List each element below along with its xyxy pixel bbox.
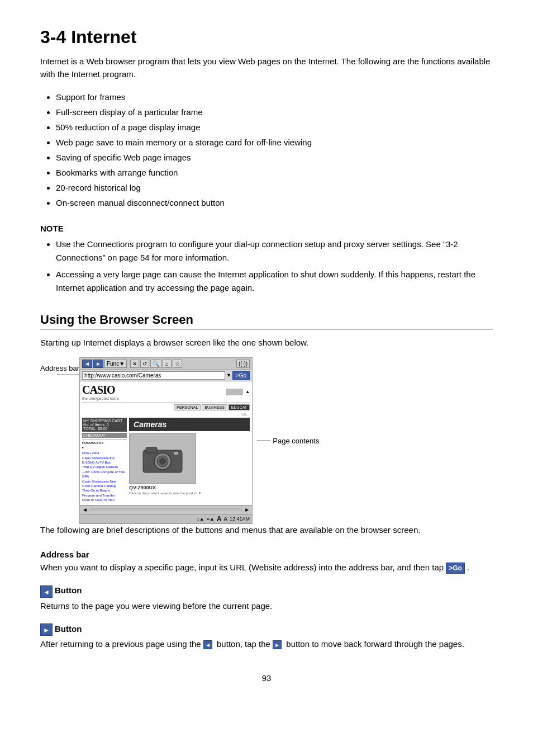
- address-bar-arrow: [57, 375, 79, 376]
- back-icon-inline: ◄: [203, 640, 212, 649]
- forward-button-body: After returning to a previous page using…: [40, 638, 493, 651]
- forward-body-before: After returning to a previous page using…: [40, 639, 201, 649]
- wifi-icon: ((·)): [236, 360, 250, 368]
- address-bar-label-area: Address bar: [40, 357, 79, 376]
- note-title: NOTE: [40, 224, 493, 233]
- status-font-a-small: A: [224, 516, 228, 522]
- note-list: Use the Connections program to configure…: [56, 238, 493, 295]
- page-contents-label-area: Page contents: [257, 357, 319, 445]
- browser-diagram: Address bar ◄ ► Func▼ ✕ ↺ 🔍 ⌂ ☆ ((·)): [40, 357, 493, 524]
- go-button[interactable]: >Go: [232, 371, 250, 380]
- browser-sidebar: MY SHOPPING CARTNo. of Items: 0TOTAL: $0…: [82, 418, 127, 503]
- section-desc: Starting up Internet displays a browser …: [40, 337, 493, 349]
- note-section: NOTE Use the Connections program to conf…: [40, 224, 493, 295]
- cameras-banner: Cameras: [129, 418, 250, 431]
- svg-rect-5: [174, 452, 178, 455]
- browser-main-content: MY SHOPPING CARTNo. of Items: 0TOTAL: $0…: [82, 418, 250, 503]
- back-button-body: Returns to the page you were viewing bef…: [40, 600, 493, 613]
- section-title: Using the Browser Screen: [40, 313, 493, 330]
- forward-body-middle: button, tap the: [217, 639, 270, 649]
- address-bar-subsection: Address bar When you want to display a s…: [40, 550, 493, 574]
- feature-item: Bookmarks with arrange function: [56, 165, 493, 180]
- browser-content: CASIO the unexpected extra ▲ PERSONAL BU…: [80, 381, 252, 505]
- back-btn[interactable]: ◄: [82, 360, 92, 368]
- feature-item: Support for frames: [56, 89, 493, 105]
- scroll-right-btn[interactable]: ►: [244, 507, 250, 513]
- casio-tagline: the unexpected extra: [82, 396, 118, 400]
- casio-logo: CASIO: [82, 384, 118, 396]
- address-bar-label: Address bar: [40, 364, 79, 372]
- address-bar-body: When you want to display a specific page…: [40, 561, 493, 574]
- forward-btn[interactable]: ►: [93, 360, 103, 368]
- status-font-a-large: A: [217, 515, 222, 523]
- intro-text: Internet is a Web browser program that l…: [40, 55, 493, 81]
- feature-item: On-screen manual disconnect/connect butt…: [56, 195, 493, 210]
- svg-point-4: [159, 458, 166, 465]
- features-list: Support for frames Full-screen display o…: [56, 89, 493, 210]
- casio-logo-area: CASIO the unexpected extra: [82, 384, 118, 400]
- svg-rect-1: [146, 447, 157, 453]
- address-bar-body-end: .: [467, 563, 469, 572]
- browser-section: Using the Browser Screen Starting up Int…: [40, 313, 493, 651]
- browser-screenshot: ◄ ► Func▼ ✕ ↺ 🔍 ⌂ ☆ ((·)) http://www.cas…: [79, 357, 253, 524]
- bookmark-btn[interactable]: ☆: [173, 360, 182, 368]
- status-icon2: ≡▲: [207, 516, 215, 522]
- status-icon1: ⌂▲: [196, 516, 204, 522]
- feature-item: Web page save to main memory or a storag…: [56, 135, 493, 150]
- back-button-subsection: ◄ Button Returns to the page you were vi…: [40, 585, 493, 613]
- forward-body-after: button to move back forward through the …: [286, 639, 464, 649]
- browser-scrollbar: ◄ ►: [80, 505, 252, 514]
- feature-item: Saving of specific Web page images: [56, 150, 493, 165]
- header-right: ▲: [226, 389, 250, 395]
- forward-button-icon: ►: [40, 623, 53, 636]
- arrow-line: [57, 375, 79, 376]
- browser-addressbar[interactable]: http://www.casio.com/Cameras ▼ >Go: [80, 370, 252, 381]
- note-item: Use the Connections program to configure…: [56, 238, 493, 264]
- nav-business[interactable]: BUSINESS: [202, 404, 227, 410]
- nav-educat[interactable]: EDUCAT: [229, 404, 250, 410]
- casio-nav: PERSONAL BUSINESS EDUCAT: [82, 404, 250, 410]
- forward-button-title: Button: [55, 624, 82, 634]
- forward-icon-inline: ►: [273, 640, 282, 649]
- close-btn[interactable]: ✕: [130, 360, 139, 368]
- func-btn[interactable]: Func▼: [104, 360, 127, 368]
- page-contents-label: Page contents: [273, 437, 319, 445]
- feature-item: 50% reduction of a page display image: [56, 120, 493, 135]
- page-contents-arrow: [257, 441, 270, 442]
- feature-item: 20-record historical log: [56, 180, 493, 195]
- search-btn[interactable]: 🔍: [150, 360, 161, 368]
- address-bar-body-text: When you want to display a specific page…: [40, 563, 444, 572]
- scroll-left-btn[interactable]: ◄: [82, 507, 88, 513]
- refresh-btn[interactable]: ↺: [140, 360, 149, 368]
- forward-button-subsection: ► Button After returning to a previous p…: [40, 623, 493, 651]
- note-item: Accessing a very large page can cause th…: [56, 268, 493, 295]
- url-input[interactable]: http://www.casio.com/Cameras: [82, 371, 225, 380]
- go-inline-btn[interactable]: >Go: [446, 563, 465, 574]
- camera-svg: [140, 442, 185, 475]
- nav-personal[interactable]: PERSONAL: [174, 404, 201, 410]
- feature-item: Full-screen display of a particular fram…: [56, 105, 493, 120]
- status-time: 12:41AM: [230, 516, 250, 522]
- page-title: 3-4 Internet: [40, 27, 493, 48]
- browser-toolbar: ◄ ► Func▼ ✕ ↺ 🔍 ⌂ ☆ ((·)): [80, 358, 252, 370]
- back-button-title: Button: [55, 585, 82, 595]
- casio-header: CASIO the unexpected extra ▲: [82, 384, 250, 403]
- browser-statusbar: ⌂▲ ≡▲ A A 12:41AM: [80, 514, 252, 523]
- browser-right-content: Cameras QV-2900: [129, 418, 250, 503]
- home-btn[interactable]: ⌂: [163, 360, 172, 368]
- camera-image: [129, 433, 196, 484]
- page-number: 93: [40, 673, 493, 683]
- camera-model: QV-2900UX: [129, 485, 250, 490]
- address-bar-subtitle: Address bar: [40, 550, 493, 559]
- following-text: The following are brief descriptions of …: [40, 524, 493, 537]
- back-button-icon: ◄: [40, 585, 53, 598]
